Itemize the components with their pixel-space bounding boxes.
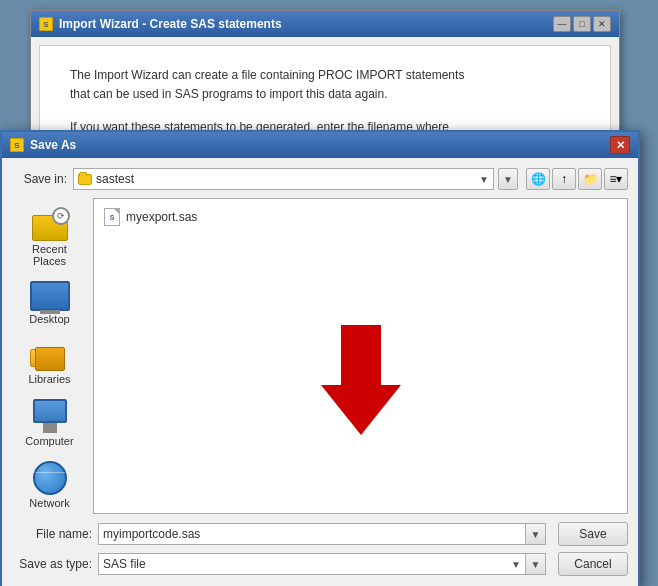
import-wizard-text-2: that can be used in SAS programs to impo… (70, 85, 580, 104)
bottom-form: File name: ▼ Save Save as type: SAS file… (12, 522, 628, 576)
file-name-dropdown-btn[interactable]: ▼ (526, 523, 546, 545)
list-item[interactable]: S myexport.sas (100, 205, 621, 229)
import-wizard-title-left: S Import Wizard - Create SAS statements (39, 17, 282, 31)
save-in-row: Save in: sastest ▼ ▼ 🌐 ↑ 📁 ≡▾ (12, 168, 628, 190)
file-name-input-wrap: ▼ (98, 523, 546, 545)
cancel-button[interactable]: Cancel (558, 552, 628, 576)
save-as-type-dropdown-btn[interactable]: ▼ (526, 553, 546, 575)
libraries-icon (30, 339, 70, 371)
sidebar-item-network[interactable]: Network (15, 456, 85, 514)
sidebar-item-computer[interactable]: Computer (15, 394, 85, 452)
sidebar-item-libraries-label: Libraries (28, 373, 70, 385)
save-as-icon: S (10, 138, 24, 152)
save-as-type-combo[interactable]: SAS file ▼ (98, 553, 526, 575)
maximize-button[interactable]: □ (573, 16, 591, 32)
nav-icons: 🌐 ↑ 📁 ≡▾ (526, 168, 628, 190)
arrow-head (321, 385, 401, 435)
sidebar-item-desktop-label: Desktop (29, 313, 69, 325)
file-name-label: File name: (12, 527, 92, 541)
recent-places-icon: ⟳ (30, 207, 70, 241)
desktop-icon (30, 281, 70, 311)
combo-arrow-icon: ▼ (479, 174, 489, 185)
file-name-row: File name: ▼ Save (12, 522, 628, 546)
sidebar-item-recent-places[interactable]: ⟳ Recent Places (15, 202, 85, 272)
save-as-type-row: Save as type: SAS file ▼ ▼ Cancel (12, 552, 628, 576)
save-in-label: Save in: (12, 172, 67, 186)
save-button[interactable]: Save (558, 522, 628, 546)
views-btn[interactable]: ≡▾ (604, 168, 628, 190)
file-name-input[interactable] (98, 523, 526, 545)
sidebar-item-desktop[interactable]: Desktop (15, 276, 85, 330)
sas-file-icon: S (104, 208, 120, 226)
import-wizard-icon: S (39, 17, 53, 31)
minimize-button[interactable]: — (553, 16, 571, 32)
folder-icon (78, 174, 92, 185)
file-name-text: myexport.sas (126, 210, 197, 224)
save-as-close-button[interactable]: ✕ (610, 136, 630, 154)
location-combo[interactable]: sastest ▼ (73, 168, 494, 190)
sidebar-item-network-label: Network (29, 497, 69, 509)
save-as-title-text: Save As (30, 138, 76, 152)
import-wizard-title-bar: S Import Wizard - Create SAS statements … (31, 11, 619, 37)
arrow-body (341, 325, 381, 385)
save-as-title-left: S Save As (10, 138, 76, 152)
computer-icon (30, 399, 70, 433)
close-button[interactable]: ✕ (593, 16, 611, 32)
sidebar-item-computer-label: Computer (25, 435, 73, 447)
up-btn[interactable]: ↑ (552, 168, 576, 190)
save-as-type-value: SAS file (103, 557, 146, 571)
save-as-dialog: S Save As ✕ Save in: sastest ▼ ▼ 🌐 ↑ 📁 ≡… (0, 130, 640, 586)
arrow-indicator (321, 325, 401, 435)
import-wizard-title-text: Import Wizard - Create SAS statements (59, 17, 282, 31)
action-buttons: Save (558, 522, 628, 546)
left-sidebar: ⟳ Recent Places Desktop Libraries (12, 198, 87, 514)
import-wizard-text-1: The Import Wizard can create a file cont… (70, 66, 580, 85)
cancel-button-col: Cancel (558, 552, 628, 576)
file-browser[interactable]: S myexport.sas (93, 198, 628, 514)
save-as-type-label: Save as type: (12, 557, 92, 571)
import-wizard-controls: — □ ✕ (553, 16, 611, 32)
back-btn[interactable]: 🌐 (526, 168, 550, 190)
sidebar-item-libraries[interactable]: Libraries (15, 334, 85, 390)
save-in-input-wrap: sastest ▼ ▼ 🌐 ↑ 📁 ≡▾ (73, 168, 628, 190)
network-icon (30, 461, 70, 495)
new-folder-btn[interactable]: 📁 (578, 168, 602, 190)
save-as-type-input-wrap: SAS file ▼ ▼ (98, 553, 546, 575)
save-as-body: Save in: sastest ▼ ▼ 🌐 ↑ 📁 ≡▾ (2, 158, 638, 586)
main-area: ⟳ Recent Places Desktop Libraries (12, 198, 628, 514)
location-dropdown-btn[interactable]: ▼ (498, 168, 518, 190)
save-as-title-bar: S Save As ✕ (2, 132, 638, 158)
sidebar-item-recent-places-label: Recent Places (22, 243, 78, 267)
location-text: sastest (96, 172, 475, 186)
save-as-type-arrow-icon: ▼ (511, 559, 521, 570)
